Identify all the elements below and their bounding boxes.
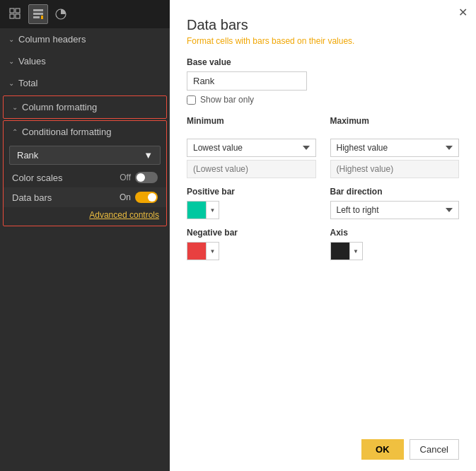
- chevron-icon: ⌄: [12, 103, 18, 111]
- analytics-icon[interactable]: [51, 4, 71, 24]
- advanced-controls-link[interactable]: Advanced controls: [4, 207, 166, 226]
- svg-rect-2: [10, 14, 14, 18]
- negative-bar-color-btn[interactable]: ▼: [187, 242, 219, 260]
- panel-subtitle: Format cells with bars based on their va…: [187, 36, 459, 46]
- svg-rect-3: [16, 14, 20, 18]
- rank-dropdown[interactable]: Rank ▼: [9, 146, 161, 165]
- ok-button[interactable]: OK: [361, 439, 404, 460]
- chevron-icon: ⌄: [8, 57, 14, 65]
- positive-bar-direction-row: Positive bar ▼ Bar direction Left to rig…: [187, 187, 459, 219]
- maximum-disabled-input: [330, 160, 460, 178]
- data-bars-toggle[interactable]: On: [120, 192, 158, 203]
- minimum-col: Minimum: [187, 116, 316, 130]
- base-value-label: Base value: [187, 57, 459, 67]
- axis-color-btn[interactable]: ▼: [330, 242, 363, 260]
- bar-direction-col: Bar direction Left to right: [330, 187, 460, 219]
- sidebar-item-label: Column headers: [18, 34, 86, 45]
- maximum-col: Maximum: [330, 116, 460, 130]
- grid-icon[interactable]: [6, 4, 25, 24]
- svg-rect-1: [16, 8, 20, 13]
- minimum-dropdown-col: Lowest value: [187, 139, 316, 178]
- negative-bar-dropdown-arrow[interactable]: ▼: [206, 243, 219, 260]
- bar-direction-label: Bar direction: [330, 187, 460, 197]
- chevron-icon: ⌄: [8, 79, 14, 87]
- color-scales-switch[interactable]: [135, 172, 158, 183]
- sidebar-item-label: Column formatting: [22, 102, 97, 112]
- bottom-buttons: OK Cancel: [187, 428, 459, 460]
- chevron-icon: ⌄: [8, 35, 14, 43]
- minimum-label: Minimum: [187, 116, 316, 126]
- minimum-dropdown[interactable]: Lowest value: [187, 139, 316, 157]
- color-scales-state: Off: [120, 173, 131, 182]
- sidebar-item-label: Conditional formatting: [22, 127, 111, 137]
- toolbar: [0, 0, 170, 28]
- svg-rect-6: [33, 16, 40, 18]
- data-bars-switch[interactable]: [135, 192, 158, 203]
- negative-bar-label: Negative bar: [187, 228, 316, 238]
- minimum-disabled-input: [187, 160, 316, 178]
- show-bar-only-label: Show bar only: [200, 95, 254, 105]
- left-panel: ⌄ Column headers ⌄ Values ⌄ Total ⌄ Colu…: [0, 0, 170, 471]
- base-value-input[interactable]: [187, 71, 307, 91]
- sidebar-item-conditional-formatting[interactable]: ⌃ Conditional formatting: [4, 121, 166, 143]
- panel-title: Data bars: [187, 17, 459, 33]
- data-bars-row: Data bars On: [4, 187, 166, 207]
- sidebar-item-total[interactable]: ⌄ Total: [0, 72, 170, 94]
- positive-bar-dropdown-arrow[interactable]: ▼: [206, 202, 219, 219]
- maximum-dropdown[interactable]: Highest value: [330, 139, 460, 157]
- column-formatting-section: ⌄ Column formatting: [3, 95, 167, 119]
- advanced-controls-label: Advanced controls: [89, 210, 159, 220]
- cancel-button[interactable]: Cancel: [410, 439, 459, 460]
- nav-sections: ⌄ Column headers ⌄ Values ⌄ Total ⌄ Colu…: [0, 28, 170, 471]
- svg-rect-5: [33, 13, 43, 15]
- sidebar-item-label: Values: [18, 56, 46, 66]
- svg-rect-0: [10, 8, 14, 13]
- negative-bar-axis-row: Negative bar ▼ Axis ▼: [187, 228, 459, 260]
- bar-direction-dropdown[interactable]: Left to right: [330, 201, 460, 219]
- show-bar-only-checkbox[interactable]: [187, 95, 196, 105]
- right-panel: ✕ Data bars Format cells with bars based…: [170, 0, 476, 471]
- axis-swatch: [331, 243, 349, 260]
- sidebar-item-column-formatting[interactable]: ⌄ Column formatting: [4, 96, 166, 118]
- color-scales-row: Color scales Off: [4, 168, 166, 187]
- format-icon[interactable]: [28, 4, 48, 24]
- positive-bar-col: Positive bar ▼: [187, 187, 316, 219]
- dropdown-chevron-icon: ▼: [144, 150, 153, 161]
- maximum-label: Maximum: [330, 116, 460, 126]
- color-scales-toggle[interactable]: Off: [120, 172, 158, 183]
- conditional-formatting-section: ⌃ Conditional formatting Rank ▼ Color sc…: [3, 120, 167, 226]
- min-max-headers: Minimum Maximum: [187, 116, 459, 130]
- data-bars-label: Data bars: [12, 192, 52, 203]
- positive-bar-color-btn[interactable]: ▼: [187, 201, 219, 219]
- rank-value: Rank: [17, 150, 38, 161]
- min-max-dropdowns: Lowest value Highest value: [187, 139, 459, 178]
- maximum-dropdown-col: Highest value: [330, 139, 460, 178]
- svg-rect-4: [33, 9, 43, 11]
- negative-bar-swatch: [187, 243, 206, 260]
- sidebar-item-column-headers[interactable]: ⌄ Column headers: [0, 28, 170, 50]
- sidebar-item-values[interactable]: ⌄ Values: [0, 50, 170, 72]
- positive-bar-label: Positive bar: [187, 187, 316, 197]
- show-bar-only-row: Show bar only: [187, 95, 459, 105]
- svg-rect-7: [41, 16, 43, 19]
- color-scales-label: Color scales: [12, 173, 63, 183]
- data-bars-state: On: [120, 192, 131, 202]
- negative-bar-col: Negative bar ▼: [187, 228, 316, 260]
- axis-dropdown-arrow[interactable]: ▼: [349, 243, 362, 260]
- chevron-up-icon: ⌃: [12, 128, 18, 136]
- axis-col: Axis ▼: [330, 228, 460, 260]
- close-button[interactable]: ✕: [458, 7, 468, 18]
- sidebar-item-label: Total: [18, 78, 37, 88]
- positive-bar-swatch: [187, 202, 206, 219]
- axis-label: Axis: [330, 228, 460, 238]
